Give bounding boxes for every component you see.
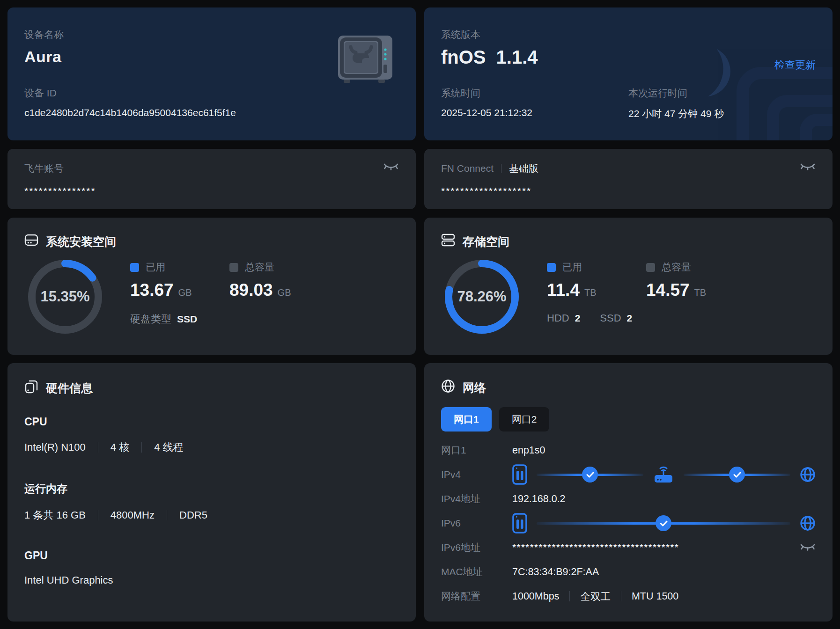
- hdd-count: 2: [575, 313, 581, 324]
- mac-row: MAC地址 7C:83:34:B9:2F:AA: [441, 560, 816, 584]
- tab-port-1[interactable]: 网口1: [441, 407, 492, 432]
- ipv4-addr-label: IPv4地址: [441, 492, 512, 505]
- fn-account-label: 飞牛账号: [24, 162, 399, 175]
- used-legend-label: 已用: [146, 261, 165, 274]
- system-time-label: 系统时间: [441, 88, 480, 98]
- router-wifi-icon: [653, 465, 674, 484]
- network-port-tabs: 网口1 网口2: [441, 407, 816, 432]
- config-duplex: 全双工: [580, 590, 611, 603]
- globe-icon: [441, 379, 455, 396]
- ram-size: 1 条共 16 GB: [24, 508, 86, 522]
- ram-label: 运行内存: [24, 482, 399, 496]
- ram-speed: 4800MHz: [111, 509, 155, 521]
- divider: [98, 442, 98, 453]
- server-icon: [512, 513, 527, 534]
- ram-values: 1 条共 16 GB 4800MHz DDR5: [24, 508, 399, 522]
- ipv6-addr-label: IPv6地址: [441, 541, 512, 554]
- check-update-link[interactable]: 检查更新: [774, 58, 816, 72]
- gpu-values: Intel UHD Graphics: [24, 574, 399, 586]
- total-legend-label: 总容量: [662, 261, 691, 274]
- system-space-donut: 15.35%: [26, 258, 104, 336]
- port-value: enp1s0: [512, 445, 545, 456]
- fn-connect-masked-value: *******************: [441, 185, 816, 197]
- uptime-label: 本次运行时间: [628, 88, 687, 98]
- ssd-label: SSD: [600, 312, 621, 324]
- divider: [501, 164, 501, 173]
- network-title: 网络: [463, 380, 486, 395]
- system-version-label: 系统版本: [441, 28, 816, 41]
- eye-closed-icon[interactable]: [800, 162, 816, 172]
- hardware-title: 硬件信息: [46, 380, 93, 396]
- config-row: 网络配置 1000Mbps 全双工 MTU 1500: [441, 584, 816, 608]
- gpu-model: Intel UHD Graphics: [24, 574, 113, 586]
- fn-account-masked-value: ***************: [24, 185, 399, 197]
- device-id: c1de2480b2d74c14b1406da95004136ec61f5f1e: [24, 107, 397, 118]
- divider: [98, 510, 98, 520]
- total-legend-swatch: [646, 263, 655, 272]
- total-unit: TB: [694, 287, 707, 298]
- used-legend-swatch: [130, 263, 139, 272]
- used-legend-label: 已用: [562, 261, 582, 274]
- check-circle-icon: [656, 515, 671, 531]
- used-unit: TB: [584, 287, 597, 298]
- link-segment: [537, 515, 790, 532]
- mac-label: MAC地址: [441, 565, 512, 578]
- devices-icon: [24, 379, 38, 397]
- system-space-percent: 15.35%: [26, 258, 104, 336]
- tab-port-2[interactable]: 网口2: [499, 407, 550, 432]
- fn-account-card: 飞牛账号 ***************: [7, 149, 416, 209]
- used-value: 11.4: [547, 280, 580, 300]
- hardware-card: 硬件信息 CPU Intel(R) N100 4 核 4 线程 运行内存 1 条…: [7, 363, 416, 622]
- ipv6-label: IPv6: [441, 518, 512, 529]
- system-time: 2025-12-05 21:12:32: [441, 107, 628, 118]
- check-circle-icon: [582, 467, 598, 483]
- divider: [141, 442, 142, 453]
- server-icon: [512, 464, 527, 485]
- cpu-cores: 4 核: [111, 440, 129, 454]
- fn-connect-card: FN Connect 基础版 *******************: [424, 149, 833, 209]
- divider: [621, 591, 621, 601]
- system-version-card: 系统版本 fnOS1.1.4 检查更新 系统时间 2025-12-05 21:1…: [424, 7, 833, 140]
- cpu-threads: 4 线程: [154, 440, 183, 454]
- cpu-values: Intel(R) N100 4 核 4 线程: [24, 440, 399, 454]
- config-mtu: MTU 1500: [632, 591, 678, 602]
- total-legend-label: 总容量: [245, 261, 274, 274]
- cpu-model: Intel(R) N100: [24, 441, 86, 453]
- ipv4-addr-row: IPv4地址 192.168.0.2: [441, 487, 816, 511]
- used-unit: GB: [178, 287, 192, 298]
- storage-space-donut: 78.26%: [443, 258, 521, 336]
- eye-closed-icon[interactable]: [383, 162, 399, 172]
- config-values: 1000Mbps 全双工 MTU 1500: [512, 590, 678, 603]
- globe-icon: [800, 515, 816, 531]
- total-legend-swatch: [229, 263, 238, 272]
- ipv6-status-row: IPv6: [441, 511, 816, 535]
- ssd-count: 2: [627, 313, 633, 324]
- ipv4-connectivity: [512, 464, 816, 485]
- os-name: fnOS: [441, 47, 486, 67]
- hdd-label: HDD: [547, 312, 569, 324]
- storage-space-card: 存储空间 78.26% 已用 11.4: [424, 218, 833, 355]
- ipv4-addr: 192.168.0.2: [512, 493, 566, 505]
- config-label: 网络配置: [441, 590, 512, 603]
- hard-drive-icon: [24, 234, 38, 249]
- ipv4-status-row: IPv4: [441, 462, 816, 487]
- device-card: 设备名称 Aura 设备 ID c1de2480b2d74c14b1406da9…: [7, 7, 416, 140]
- disk-type-value: SSD: [177, 314, 197, 325]
- nas-device-icon: [335, 35, 395, 85]
- stacked-drives-icon: [441, 234, 455, 249]
- os-version-number: 1.1.4: [496, 47, 538, 67]
- divider: [167, 510, 167, 520]
- mac-value: 7C:83:34:B9:2F:AA: [512, 566, 599, 578]
- storage-space-title: 存储空间: [463, 234, 509, 249]
- device-id-label: 设备 ID: [24, 87, 397, 100]
- ipv6-connectivity: [512, 513, 816, 534]
- fnos-dashboard: 设备名称 Aura 设备 ID c1de2480b2d74c14b1406da9…: [0, 0, 840, 629]
- link-segment: [684, 466, 790, 483]
- eye-closed-icon[interactable]: [800, 542, 816, 553]
- fn-connect-label: FN Connect: [441, 163, 494, 174]
- storage-space-percent: 78.26%: [443, 258, 521, 336]
- network-card: 网络 网口1 网口2 网口1 enp1s0 IPv4: [424, 363, 833, 622]
- fn-connect-tier: 基础版: [509, 162, 538, 175]
- port-name-row: 网口1 enp1s0: [441, 438, 816, 462]
- ipv6-addr-row: IPv6地址 *********************************…: [441, 535, 816, 560]
